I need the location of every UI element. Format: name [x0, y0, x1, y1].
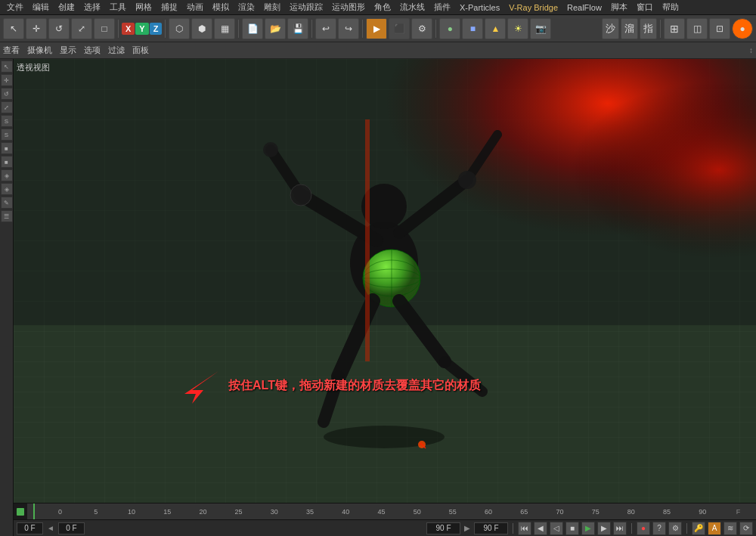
menu-window[interactable]: 窗口: [633, 2, 657, 13]
tool-extra[interactable]: ⊡: [709, 18, 730, 39]
tb2-panel[interactable]: 面板: [132, 45, 149, 56]
sidebar-redo[interactable]: S: [1, 129, 13, 141]
sidebar-move[interactable]: ✛: [1, 74, 13, 86]
tool-sphere[interactable]: ●: [439, 18, 460, 39]
tool-mode[interactable]: ◫: [686, 18, 708, 39]
tb2-filter[interactable]: 过滤: [108, 45, 125, 56]
tool-object[interactable]: □: [94, 18, 115, 39]
tool-cube[interactable]: ■: [462, 18, 483, 39]
viewport[interactable]: 透视视图 按住ALT键，拖动新建的材质去覆盖其它的材质: [14, 59, 756, 503]
menu-sculpt[interactable]: 雕刻: [260, 2, 284, 13]
play-fwd-btn[interactable]: ▶: [581, 522, 595, 535]
play-back-btn[interactable]: ◁: [550, 522, 563, 535]
prev-frame-btn[interactable]: ◀: [534, 522, 547, 535]
current-frame-input[interactable]: [17, 522, 43, 534]
menu-pipeline[interactable]: 流水线: [396, 2, 429, 13]
menu-edit[interactable]: 编辑: [29, 2, 53, 13]
z-axis-btn[interactable]: Z: [150, 23, 163, 35]
sidebar-scale[interactable]: ⤢: [1, 101, 13, 113]
tool-chinese-2[interactable]: 溜: [621, 18, 638, 39]
menu-xparticles[interactable]: X-Particles: [456, 3, 503, 12]
settings-btn[interactable]: ⚙: [668, 522, 682, 535]
tb2-display[interactable]: 显示: [60, 45, 76, 56]
menu-snap[interactable]: 捕捉: [157, 2, 181, 13]
end-frame-display[interactable]: [426, 522, 460, 534]
go-start-btn[interactable]: ⏮: [518, 522, 531, 535]
tool-light[interactable]: ☀: [507, 18, 528, 39]
menu-motion-track[interactable]: 运动跟踪: [286, 2, 327, 13]
tool-move[interactable]: ✛: [26, 18, 47, 39]
frame-start-input[interactable]: [58, 522, 85, 534]
y-axis-btn[interactable]: Y: [135, 23, 148, 35]
sidebar-tool5[interactable]: ■: [1, 142, 13, 154]
viewport-grid: [14, 59, 756, 503]
menu-character[interactable]: 角色: [370, 2, 395, 13]
tl-10: 10: [113, 508, 149, 516]
go-end-btn[interactable]: ⏭: [613, 522, 627, 535]
tool-redo[interactable]: ↪: [338, 18, 359, 39]
menubar: 文件 编辑 创建 选择 工具 网格 捕捉 动画 模拟 渲染 雕刻 运动跟踪 运动…: [0, 0, 756, 15]
tl-75: 75: [578, 508, 613, 516]
loop-btn[interactable]: ⟳: [739, 522, 753, 535]
sidebar-tool6[interactable]: ■: [1, 156, 13, 168]
tool-scale[interactable]: ⤢: [71, 18, 92, 39]
tool-undo[interactable]: ↩: [315, 18, 336, 39]
timeline[interactable]: 0 5 10 15 20 25 30 35 40 45 50 55 60 65 …: [14, 503, 756, 519]
tool-cursor[interactable]: ↖: [3, 18, 24, 39]
menu-create[interactable]: 创建: [54, 2, 79, 13]
tool-polys[interactable]: ▦: [214, 18, 235, 39]
menu-realflow[interactable]: RealFlow: [563, 3, 606, 12]
menu-animation[interactable]: 动画: [183, 2, 207, 13]
motion-btn[interactable]: ≋: [723, 522, 737, 535]
menu-render[interactable]: 渲染: [234, 2, 259, 13]
tool-cone[interactable]: ▲: [485, 18, 506, 39]
menu-help[interactable]: 帮助: [658, 2, 683, 13]
key-btn[interactable]: 🔑: [692, 522, 705, 535]
end-frame-input[interactable]: [474, 522, 508, 534]
tool-new[interactable]: 📄: [242, 18, 263, 39]
timeline-track[interactable]: 0 5 10 15 20 25 30 35 40 45 50 55 60 65 …: [27, 503, 756, 519]
menu-simulate[interactable]: 模拟: [209, 2, 233, 13]
menu-mograph[interactable]: 运动图形: [328, 2, 369, 13]
sidebar-tool7[interactable]: ◈: [1, 169, 13, 181]
menu-plugins[interactable]: 插件: [430, 2, 454, 13]
left-sidebar: ↖ ✛ ↺ ⤢ S S ■ ■ ◈ ◈ ✎ ☰: [0, 59, 14, 536]
x-axis-btn[interactable]: X: [122, 23, 135, 35]
menu-script[interactable]: 脚本: [607, 2, 631, 13]
sidebar-tool8[interactable]: ◈: [1, 183, 13, 195]
record-btn[interactable]: ●: [637, 522, 650, 535]
menu-file[interactable]: 文件: [3, 2, 27, 13]
help-btn[interactable]: ?: [652, 522, 666, 535]
tool-grid[interactable]: ⊞: [664, 18, 685, 39]
sidebar-tool9[interactable]: ✎: [1, 197, 13, 209]
anim-btn[interactable]: A: [708, 522, 721, 535]
menu-tools[interactable]: 工具: [106, 2, 130, 13]
tool-open[interactable]: 📂: [265, 18, 286, 39]
tool-camera[interactable]: 📷: [530, 18, 551, 39]
sidebar-undo[interactable]: S: [1, 115, 13, 127]
tool-edges[interactable]: ⬢: [191, 18, 212, 39]
menu-mesh[interactable]: 网格: [132, 2, 156, 13]
menu-vray-bridge[interactable]: V-Ray Bridge: [505, 3, 562, 12]
sidebar-tool10[interactable]: ☰: [1, 210, 13, 222]
sidebar-select[interactable]: ↖: [1, 60, 13, 73]
sidebar-rotate[interactable]: ↺: [1, 88, 13, 100]
menu-select[interactable]: 选择: [80, 2, 104, 13]
next-frame-btn[interactable]: ▶: [597, 522, 611, 535]
tb2-camera[interactable]: 摄像机: [27, 45, 52, 56]
annotation-container: 按住ALT键，拖动新建的材质去覆盖其它的材质: [177, 367, 481, 405]
tool-save[interactable]: 💾: [287, 18, 308, 39]
tool-chinese-1[interactable]: 沙: [602, 18, 619, 39]
tool-render-settings[interactable]: ⚙: [411, 18, 432, 39]
tool-circle[interactable]: ●: [732, 18, 753, 39]
tool-render[interactable]: ⬛: [389, 18, 410, 39]
separator-7: [660, 20, 661, 38]
tb2-options[interactable]: 选项: [84, 45, 101, 56]
stop-btn[interactable]: ■: [565, 522, 579, 535]
tool-render-view[interactable]: ▶: [366, 18, 387, 39]
tool-points[interactable]: ⬡: [169, 18, 190, 39]
tool-chinese-3[interactable]: 指: [640, 18, 657, 39]
tool-rotate[interactable]: ↺: [48, 18, 70, 39]
tl-85: 85: [649, 508, 684, 516]
tb2-view[interactable]: 查看: [3, 45, 20, 56]
